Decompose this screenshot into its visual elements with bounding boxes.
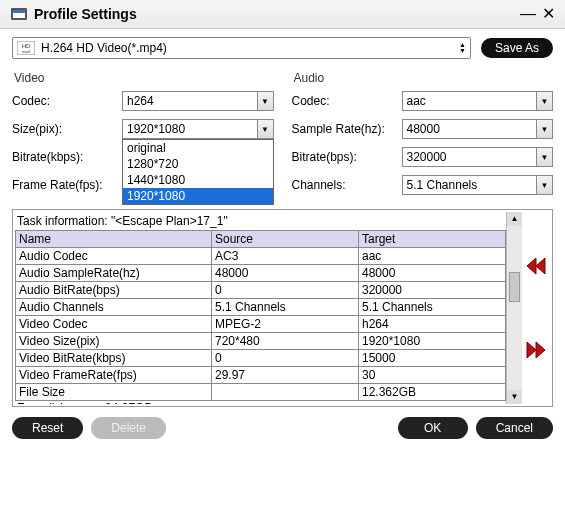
chevron-down-icon: ▼ xyxy=(536,176,552,194)
table-row: Audio BitRate(bps)0320000 xyxy=(16,282,506,299)
col-source: Source xyxy=(212,231,359,248)
table-row: Audio SampleRate(hz)4800048000 xyxy=(16,265,506,282)
svg-rect-2 xyxy=(13,10,25,13)
size-option-original[interactable]: original xyxy=(123,140,273,156)
format-select[interactable]: HDmp4 H.264 HD Video(*.mp4) ▲▼ xyxy=(12,37,471,59)
audio-rate-select[interactable]: 48000▼ xyxy=(402,119,554,139)
window-title: Profile Settings xyxy=(34,6,137,22)
next-button[interactable] xyxy=(525,340,547,360)
chevron-down-icon: ▼ xyxy=(257,120,273,138)
format-label: H.264 HD Video(*.mp4) xyxy=(41,41,459,55)
video-codec-select[interactable]: h264▼ xyxy=(122,91,274,111)
chevron-down-icon: ▼ xyxy=(257,92,273,110)
svg-marker-9 xyxy=(536,342,545,358)
scroll-up-icon[interactable]: ▲ xyxy=(507,212,522,226)
cancel-button[interactable]: Cancel xyxy=(476,417,553,439)
svg-marker-8 xyxy=(527,342,536,358)
scrollbar[interactable]: ▲ ▼ xyxy=(506,212,522,404)
video-size-label: Size(pix): xyxy=(12,122,122,136)
table-row: Audio CodecAC3aac xyxy=(16,248,506,265)
audio-bitrate-label: Bitrate(bps): xyxy=(292,150,402,164)
video-fps-label: Frame Rate(fps): xyxy=(12,178,122,192)
audio-section-title: Audio xyxy=(292,67,554,91)
scroll-thumb[interactable] xyxy=(509,272,520,302)
spinner-icon: ▲▼ xyxy=(459,42,466,54)
table-row: Video Size(pix)720*4801920*1080 xyxy=(16,333,506,350)
table-row: File Size12.362GB xyxy=(16,384,506,401)
free-disk: Free disk space:94.27GB xyxy=(17,401,506,404)
minimize-button[interactable]: — xyxy=(520,7,536,21)
video-size-select[interactable]: 1920*1080▼ xyxy=(122,119,274,139)
table-row: Audio Channels5.1 Channels5.1 Channels xyxy=(16,299,506,316)
svg-text:mp4: mp4 xyxy=(22,49,31,54)
audio-channels-select[interactable]: 5.1 Channels▼ xyxy=(402,175,554,195)
chevron-down-icon: ▼ xyxy=(536,120,552,138)
save-as-button[interactable]: Save As xyxy=(481,38,553,58)
task-table: Name Source Target Audio CodecAC3aac Aud… xyxy=(15,230,506,401)
close-button[interactable]: ✕ xyxy=(542,7,555,21)
col-target: Target xyxy=(359,231,506,248)
svg-marker-6 xyxy=(527,258,536,274)
audio-codec-label: Codec: xyxy=(292,94,402,108)
svg-marker-7 xyxy=(536,258,545,274)
chevron-down-icon: ▼ xyxy=(536,148,552,166)
video-size-dropdown: original 1280*720 1440*1080 1920*1080 xyxy=(122,139,274,205)
size-option-1440[interactable]: 1440*1080 xyxy=(123,172,273,188)
table-row: Video CodecMPEG-2h264 xyxy=(16,316,506,333)
table-row: Video BitRate(kbps)015000 xyxy=(16,350,506,367)
video-section-title: Video xyxy=(12,67,274,91)
reset-button[interactable]: Reset xyxy=(12,417,83,439)
scroll-down-icon[interactable]: ▼ xyxy=(507,390,522,404)
size-option-1280[interactable]: 1280*720 xyxy=(123,156,273,172)
chevron-down-icon: ▼ xyxy=(536,92,552,110)
video-codec-label: Codec: xyxy=(12,94,122,108)
app-icon xyxy=(10,5,28,23)
audio-bitrate-select[interactable]: 320000▼ xyxy=(402,147,554,167)
audio-rate-label: Sample Rate(hz): xyxy=(292,122,402,136)
prev-button[interactable] xyxy=(525,256,547,276)
size-option-1920[interactable]: 1920*1080 xyxy=(123,188,273,204)
audio-channels-label: Channels: xyxy=(292,178,402,192)
video-bitrate-label: Bitrate(kbps): xyxy=(12,150,122,164)
task-info: Task information: "<Escape Plan>17_1" xyxy=(17,214,506,228)
ok-button[interactable]: OK xyxy=(398,417,468,439)
audio-codec-select[interactable]: aac▼ xyxy=(402,91,554,111)
delete-button[interactable]: Delete xyxy=(91,417,166,439)
col-name: Name xyxy=(16,231,212,248)
hd-icon: HDmp4 xyxy=(17,41,35,55)
title-bar: Profile Settings — ✕ xyxy=(0,0,565,29)
table-row: Video FrameRate(fps)29.9730 xyxy=(16,367,506,384)
